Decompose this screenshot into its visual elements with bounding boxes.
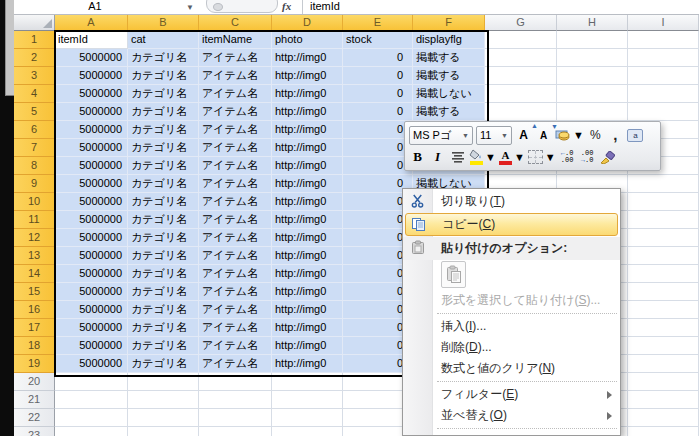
align-center-button[interactable] [449, 147, 466, 167]
cell-C5[interactable]: アイテム名 [199, 103, 272, 121]
cell-A9[interactable]: 5000000 [55, 175, 128, 193]
cell-A6[interactable]: 5000000 [55, 121, 128, 139]
cell-B15[interactable]: カテゴリ名 [128, 283, 199, 301]
shrink-font-button[interactable]: A▼ [535, 125, 552, 145]
row-header-19[interactable]: 19 [14, 355, 55, 373]
cell-D15[interactable]: http://img0 [272, 283, 343, 301]
cell-A13[interactable]: 5000000 [55, 247, 128, 265]
cell-I19[interactable] [628, 355, 699, 373]
cell-B2[interactable]: カテゴリ名 [128, 49, 199, 67]
cell-E7[interactable]: 0 [343, 139, 413, 157]
font-color-button[interactable]: A ▼ [499, 147, 525, 167]
cell-F5[interactable]: 掲載する [413, 103, 485, 121]
cell-E1[interactable]: stock [343, 31, 413, 49]
row-header-11[interactable]: 11 [14, 211, 55, 229]
cell-F2[interactable]: 掲載する [413, 49, 485, 67]
cell-B7[interactable]: カテゴリ名 [128, 139, 199, 157]
cell-D5[interactable]: http://img0 [272, 103, 343, 121]
font-size-combo[interactable]: 11▼ [476, 126, 512, 145]
cell-I11[interactable] [628, 211, 699, 229]
cell-B14[interactable]: カテゴリ名 [128, 265, 199, 283]
cell-B4[interactable]: カテゴリ名 [128, 85, 199, 103]
cell-C1[interactable]: itemName [199, 31, 272, 49]
column-header-C[interactable]: C [199, 15, 272, 31]
cell-B3[interactable]: カテゴリ名 [128, 67, 199, 85]
row-header-1[interactable]: 1 [14, 31, 55, 49]
row-header-20[interactable]: 20 [14, 373, 55, 391]
cell-G5[interactable] [485, 103, 557, 121]
italic-button[interactable]: I [429, 147, 446, 167]
row-header-15[interactable]: 15 [14, 283, 55, 301]
cell-A8[interactable]: 5000000 [55, 157, 128, 175]
formula-input[interactable]: itemId [310, 0, 340, 14]
cell-E8[interactable]: 0 [343, 157, 413, 175]
cell-A14[interactable]: 5000000 [55, 265, 128, 283]
cell-D10[interactable]: http://img0 [272, 193, 343, 211]
cell-F1[interactable]: displayflg [413, 31, 485, 49]
cell-G4[interactable] [485, 85, 557, 103]
cell-D17[interactable]: http://img0 [272, 319, 343, 337]
menu-item-clear-contents[interactable]: 数式と値のクリア(N) [403, 358, 620, 379]
row-header-13[interactable]: 13 [14, 247, 55, 265]
cell-I15[interactable] [628, 283, 699, 301]
column-header-A[interactable]: A [55, 15, 128, 31]
column-header-F[interactable]: F [413, 15, 485, 31]
cell-I13[interactable] [628, 247, 699, 265]
row-header-2[interactable]: 2 [14, 49, 55, 67]
cell-B9[interactable]: カテゴリ名 [128, 175, 199, 193]
cell-D1[interactable]: photo [272, 31, 343, 49]
name-box[interactable]: A1 [14, 0, 176, 14]
cell-C14[interactable]: アイテム名 [199, 265, 272, 283]
row-header-8[interactable]: 8 [14, 157, 55, 175]
cell-E3[interactable]: 0 [343, 67, 413, 85]
cell-A1[interactable]: itemId [55, 31, 128, 49]
row-header-17[interactable]: 17 [14, 319, 55, 337]
cell-D3[interactable]: http://img0 [272, 67, 343, 85]
cell-C15[interactable]: アイテム名 [199, 283, 272, 301]
row-header-10[interactable]: 10 [14, 193, 55, 211]
format-painter-button[interactable] [599, 147, 616, 167]
cell-H2[interactable] [557, 49, 628, 67]
row-header-23[interactable]: 23 [14, 427, 55, 436]
cell-D20[interactable] [272, 373, 343, 391]
cell-E4[interactable]: 0 [343, 85, 413, 103]
column-header-G[interactable]: G [485, 15, 557, 31]
cell-D11[interactable]: http://img0 [272, 211, 343, 229]
cell-I17[interactable] [628, 319, 699, 337]
cell-A10[interactable]: 5000000 [55, 193, 128, 211]
cell-I20[interactable] [628, 373, 699, 391]
cell-D22[interactable] [272, 409, 343, 427]
column-header-H[interactable]: H [557, 15, 628, 31]
row-header-14[interactable]: 14 [14, 265, 55, 283]
cell-H4[interactable] [557, 85, 628, 103]
cell-D7[interactable]: http://img0 [272, 139, 343, 157]
cell-A5[interactable]: 5000000 [55, 103, 128, 121]
cell-I9[interactable] [628, 175, 699, 193]
cell-I22[interactable] [628, 409, 699, 427]
cell-A16[interactable]: 5000000 [55, 301, 128, 319]
menu-item-copy[interactable]: コピー(C) [405, 213, 618, 236]
cell-G2[interactable] [485, 49, 557, 67]
cell-D23[interactable] [272, 427, 343, 436]
cell-A19[interactable]: 5000000 [55, 355, 128, 373]
cell-A7[interactable]: 5000000 [55, 139, 128, 157]
cell-D9[interactable]: http://img0 [272, 175, 343, 193]
cell-H3[interactable] [557, 67, 628, 85]
cell-C18[interactable]: アイテム名 [199, 337, 272, 355]
cell-I3[interactable] [628, 67, 699, 85]
cell-A12[interactable]: 5000000 [55, 229, 128, 247]
cell-C11[interactable]: アイテム名 [199, 211, 272, 229]
column-header-B[interactable]: B [128, 15, 199, 31]
formula-collapse-icon[interactable] [213, 3, 223, 11]
cell-F4[interactable]: 掲載しない [413, 85, 485, 103]
row-header-16[interactable]: 16 [14, 301, 55, 319]
cell-B18[interactable]: カテゴリ名 [128, 337, 199, 355]
cell-format-button[interactable]: a [627, 125, 644, 145]
cell-E6[interactable]: 0 [343, 121, 413, 139]
cell-C12[interactable]: アイテム名 [199, 229, 272, 247]
fx-icon[interactable]: fx [282, 0, 291, 14]
row-header-3[interactable]: 3 [14, 67, 55, 85]
cell-C23[interactable] [199, 427, 272, 436]
cell-H1[interactable] [557, 31, 628, 49]
row-header-6[interactable]: 6 [14, 121, 55, 139]
